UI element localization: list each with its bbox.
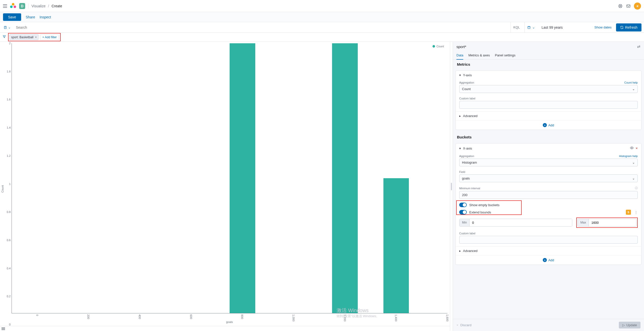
close-icon[interactable]: ×	[35, 35, 37, 39]
breadcrumb-current: Create	[52, 4, 62, 8]
sidebar-footer: × Discard ▷ Update	[453, 319, 644, 331]
tab-panel-settings[interactable]: Panel settings	[495, 51, 516, 59]
count-help-link[interactable]: Count help	[624, 81, 638, 84]
filter-options-icon[interactable]	[3, 35, 6, 39]
custom-label-label: Custom label	[459, 232, 475, 235]
chart-legend[interactable]: Count	[433, 45, 444, 48]
aggregation-label: Aggregation	[459, 81, 474, 84]
add-filter-button[interactable]: + Add filter	[40, 34, 59, 40]
index-pattern-switch-icon[interactable]: ⇄	[637, 44, 640, 49]
main-split: Count 00.20.40.60.811.21.41.61.82 Count …	[0, 42, 644, 331]
toggle-visibility-icon[interactable]	[630, 146, 634, 151]
metrics-yaxis-toggle[interactable]: Y-axis	[459, 73, 638, 77]
discard-button[interactable]: Discard	[460, 323, 472, 327]
y-axis-ticks: 00.20.40.60.811.21.41.61.82	[5, 43, 12, 324]
max-input[interactable]	[589, 219, 636, 226]
chart-footer	[0, 326, 450, 331]
index-pattern-title[interactable]: sport*	[456, 45, 637, 49]
buckets-add-button[interactable]: + Add	[456, 255, 641, 265]
chart-plot[interactable]: Count	[12, 43, 447, 313]
date-picker[interactable]: ⌄	[524, 22, 538, 32]
play-icon: ▷	[622, 323, 625, 327]
bar[interactable]	[332, 43, 358, 313]
metrics-advanced-toggle[interactable]: Advanced	[459, 114, 638, 118]
custom-label-label: Custom label	[459, 97, 475, 100]
max-label: Max	[578, 219, 589, 226]
avatar[interactable]: e	[634, 3, 641, 10]
breadcrumb-separator-icon: /	[48, 4, 49, 8]
share-link[interactable]: Share	[26, 15, 35, 19]
saved-queries-button[interactable]: ⌄	[3, 25, 12, 29]
aggregation-label: Aggregation	[459, 155, 474, 158]
info-icon[interactable]: ⓘ	[635, 186, 638, 190]
show-empty-buckets-switch[interactable]	[459, 203, 467, 207]
tab-metrics-axes[interactable]: Metrics & axes	[468, 51, 490, 59]
buckets-xaxis-toggle[interactable]: X-axis	[459, 146, 630, 150]
min-input[interactable]	[470, 219, 572, 226]
chevron-right-icon	[459, 249, 461, 253]
json-input-icon[interactable]: S	[626, 210, 631, 215]
bar[interactable]	[383, 178, 409, 313]
help-icon[interactable]	[618, 4, 623, 9]
y-axis-title: Count	[1, 43, 5, 324]
buckets-advanced-toggle[interactable]: Advanced	[459, 249, 638, 253]
buckets-card: X-axis × Aggregation Histogram help	[455, 143, 641, 265]
min-interval-input[interactable]: 200	[459, 191, 638, 199]
legend-swatch-icon	[433, 45, 435, 48]
newsfeed-icon[interactable]	[626, 4, 631, 9]
svg-rect-2	[627, 5, 630, 7]
chevron-right-icon	[459, 114, 461, 118]
chart-pane: Count 00.20.40.60.811.21.41.61.82 Count …	[0, 42, 450, 331]
filter-pill[interactable]: sport: Basketball ×	[9, 34, 39, 40]
delete-icon[interactable]: ×	[636, 146, 638, 150]
filter-bar: sport: Basketball × + Add filter	[0, 33, 644, 42]
more-icon[interactable]: ⋮	[634, 210, 638, 214]
chevron-down-icon: ⌄	[632, 87, 635, 91]
inspect-link[interactable]: Inspect	[40, 15, 51, 19]
close-icon[interactable]: ×	[456, 323, 458, 327]
refresh-label: Refresh	[625, 25, 637, 29]
update-button[interactable]: ▷ Update	[619, 322, 640, 328]
buckets-title: Buckets	[455, 132, 641, 141]
chevron-down-icon: ⌄	[632, 161, 635, 164]
custom-label-input[interactable]	[459, 101, 638, 109]
legend-label: Count	[437, 45, 444, 48]
collapse-handle[interactable]	[450, 42, 453, 331]
bucket-custom-label-input[interactable]	[459, 236, 638, 244]
kql-toggle[interactable]: KQL	[511, 22, 522, 32]
svg-point-5	[631, 148, 632, 149]
highlight-filter-group: sport: Basketball × + Add filter	[8, 33, 61, 41]
bucket-aggregation-select[interactable]: Histogram ⌄	[459, 159, 638, 166]
histogram-help-link[interactable]: Histogram help	[619, 155, 638, 158]
save-button[interactable]: Save	[3, 13, 21, 21]
legend-toggle-icon[interactable]	[2, 327, 5, 330]
menu-icon[interactable]	[3, 4, 7, 8]
field-select[interactable]: goals ⌄	[459, 174, 638, 182]
date-range-text[interactable]: Last 99 years	[540, 25, 590, 29]
space-badge[interactable]: D	[19, 3, 25, 9]
max-field[interactable]: Max	[578, 219, 636, 227]
query-bar: ⌄ KQL ⌄ Last 99 years Show dates Refresh	[0, 22, 644, 33]
editor-sidebar: sport* ⇄ Data Metrics & axes Panel setti…	[453, 42, 644, 331]
metrics-add-button[interactable]: + Add	[456, 120, 641, 130]
x-axis-ticks: 02004006008001,0001,2001,4001,600	[12, 313, 447, 320]
filter-pill-text: sport: Basketball	[11, 35, 33, 39]
chevron-down-icon: ⌄	[532, 25, 535, 29]
min-label: Min	[459, 219, 470, 226]
top-nav: D Visualize / Create e	[0, 0, 644, 12]
refresh-button[interactable]: Refresh	[616, 23, 641, 31]
plus-icon: +	[543, 123, 547, 127]
show-dates-link[interactable]: Show dates	[592, 25, 614, 29]
svg-rect-4	[528, 26, 530, 28]
bar[interactable]	[230, 43, 255, 313]
chevron-down-icon: ⌄	[8, 25, 11, 29]
min-field[interactable]: Min	[459, 219, 572, 227]
elastic-logo-icon[interactable]	[10, 3, 16, 9]
breadcrumb-parent[interactable]: Visualize	[31, 4, 46, 8]
aggregation-select[interactable]: Count ⌄	[459, 85, 638, 93]
search-input[interactable]	[14, 24, 509, 31]
extend-bounds-switch[interactable]	[459, 210, 467, 214]
tab-data[interactable]: Data	[456, 51, 463, 60]
breadcrumb: Visualize / Create	[31, 4, 62, 8]
chevron-down-icon	[459, 73, 461, 77]
